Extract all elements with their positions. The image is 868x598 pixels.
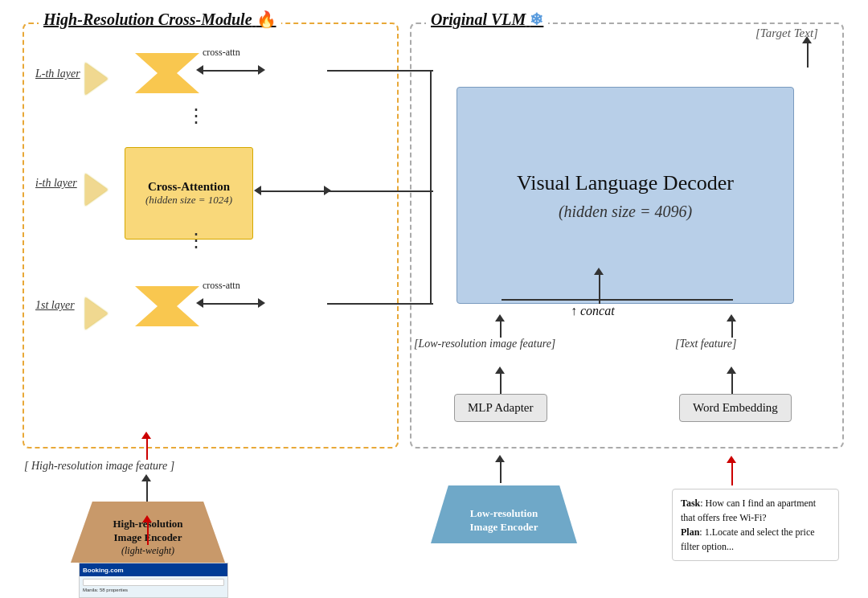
booking-body: Manila: 58 properties (80, 576, 227, 598)
line-mid-to-vld (327, 190, 433, 192)
lowres-enc-container: Low-resolution Image Encoder (431, 485, 577, 543)
booking-logo: Booking.com (83, 567, 124, 574)
bidir-line-top (199, 70, 260, 72)
lowres-enc-trap: Low-resolution Image Encoder (431, 485, 577, 543)
concat-label-text: concat (580, 304, 615, 317)
arrow-hifeat-up-head (141, 432, 151, 439)
arrow-concat-to-vld-head (594, 268, 604, 275)
mlp-label: MLP Adapter (468, 401, 534, 414)
arrow-booking-to-encoder-shaft (147, 522, 149, 545)
snowflake-emoji: ❄ (530, 10, 543, 28)
arrow-wordemb-to-txtfeat-shaft (731, 374, 733, 394)
line-bot-to-vld (327, 303, 433, 305)
txt-feat-text: [Text feature] (675, 338, 736, 350)
fire-emoji: 🔥 (256, 10, 276, 28)
task-box-inner: Task: How can I find an apartment that o… (672, 489, 839, 561)
arrow-lowenc-to-mlp-head (495, 455, 505, 462)
right-module-title-text: Original VLM (431, 10, 526, 28)
arrow-vld-to-target (807, 43, 809, 68)
right-module-title: Original VLM ❄ (426, 10, 548, 29)
arrow-txtfeat-to-concat-shaft (731, 322, 733, 338)
mlp-inner: MLP Adapter (454, 394, 547, 422)
bidir-arrowhead-right-top (258, 65, 265, 75)
left-module-title: High-Resolution Cross-Module 🔥 (39, 10, 281, 29)
vld-title: Visual Language Decoder (517, 170, 734, 197)
first-layer-label: 1st layer (35, 297, 75, 312)
cross-attn-top-label: cross-attn (203, 47, 240, 59)
booking-search-bar (83, 579, 224, 586)
cross-attn-label: Cross-Attention (148, 180, 230, 194)
big-arrow-mid (85, 174, 108, 206)
bidir-line-mid (256, 190, 326, 192)
bidir-line-bot (199, 303, 260, 305)
vertical-connector-right (430, 70, 432, 305)
ith-layer-label: i-th layer (35, 175, 77, 190)
lowres-enc-text: Low-resolution Image Encoder (457, 507, 551, 535)
lth-layer-label: L-th layer (35, 66, 80, 80)
lth-label-text: L-th layer (35, 68, 80, 80)
ith-label-text: i-th layer (35, 177, 77, 189)
lowres-enc-label2: Image Encoder (470, 521, 538, 535)
concat-horizontal-line (502, 299, 733, 301)
bidir-arrowhead-right-bot (258, 298, 265, 308)
cross-attn-bot-label: cross-attn (203, 280, 240, 292)
lowres-enc-label1: Low-resolution (470, 507, 538, 521)
big-arrow-bot (85, 297, 108, 330)
txt-feat-label: [Text feature] (675, 338, 736, 350)
arrow-mlp-to-lofeat-shaft (500, 374, 502, 394)
line-top-to-vld (327, 70, 433, 72)
hi-feat-label: [ High-resolution image feature ] (24, 460, 174, 473)
word-emb-inner: Word Embedding (679, 394, 792, 422)
arrow-encoder-to-hifeat-head (141, 474, 151, 481)
task-box: Task: How can I find an apartment that o… (672, 489, 839, 561)
hi-feat-label-text: [ High-resolution image feature ] (24, 460, 174, 472)
lo-feat-label: [Low-resolution image feature] (414, 338, 555, 350)
arrow-mlp-to-lofeat-head (495, 367, 505, 374)
hourglass-bot (135, 286, 199, 326)
lo-feat-text: [Low-resolution image feature] (414, 338, 555, 350)
hourglass-top (135, 53, 199, 93)
booking-header: Booking.com (80, 563, 227, 576)
arrow-lowenc-to-mlp-shaft (500, 462, 502, 483)
mlp-box: MLP Adapter (454, 394, 547, 422)
hi-enc-sublabel: (light-weight) (113, 545, 182, 558)
arrow-lofeat-to-concat-head (495, 314, 505, 322)
big-arrow-top (85, 63, 108, 95)
cross-attn-bot-tag: cross-attn (203, 280, 240, 291)
bidir-arrowhead-left-mid (254, 186, 261, 195)
word-emb-box: Word Embedding (679, 394, 792, 422)
task-label: Task (681, 498, 700, 509)
cross-attn-sublabel: (hidden size = 1024) (145, 194, 232, 207)
arrow-task-to-wordemb-head (727, 456, 736, 463)
booking-result-text: Manila: 58 properties (83, 588, 224, 592)
cross-attn-main-box: Cross-Attention (hidden size = 1024) (125, 147, 253, 240)
vld-subtitle: (hidden size = 4096) (559, 203, 692, 221)
arrow-txtfeat-to-concat-head (727, 314, 736, 322)
arrowhead-vld-to-target (802, 36, 812, 43)
arrow-encoder-to-hifeat-shaft (146, 481, 148, 502)
vld-inner: Visual Language Decoder (hidden size = 4… (457, 87, 794, 304)
bidir-arrowhead-left-bot (196, 298, 203, 308)
cross-attn-top-tag: cross-attn (203, 47, 240, 58)
task-text: : How can I find an apartment that offer… (681, 498, 816, 523)
first-label-text: 1st layer (35, 299, 75, 311)
plan-label: Plan (681, 526, 699, 538)
dots-bot: ⋮ (186, 229, 206, 252)
main-container: High-Resolution Cross-Module 🔥 Original … (0, 0, 868, 598)
arrow-hifeat-up-shaft (146, 439, 148, 460)
booking-screenshot: Booking.com Manila: 58 properties (79, 563, 228, 598)
arrow-lofeat-to-concat-shaft (500, 322, 502, 338)
plan-text: : 1.Locate and select the price filter o… (681, 526, 815, 552)
arrow-task-to-wordemb-shaft (731, 463, 733, 485)
arrow-booking-to-encoder-head (142, 515, 152, 522)
concat-label: ↑ concat (571, 304, 615, 318)
left-module-title-text: High-Resolution Cross-Module (43, 10, 252, 28)
word-emb-label: Word Embedding (693, 401, 778, 414)
arrow-wordemb-to-txtfeat-head (727, 367, 736, 374)
bidir-arrowhead-left-top (196, 65, 203, 75)
dots-top: ⋮ (186, 104, 206, 127)
